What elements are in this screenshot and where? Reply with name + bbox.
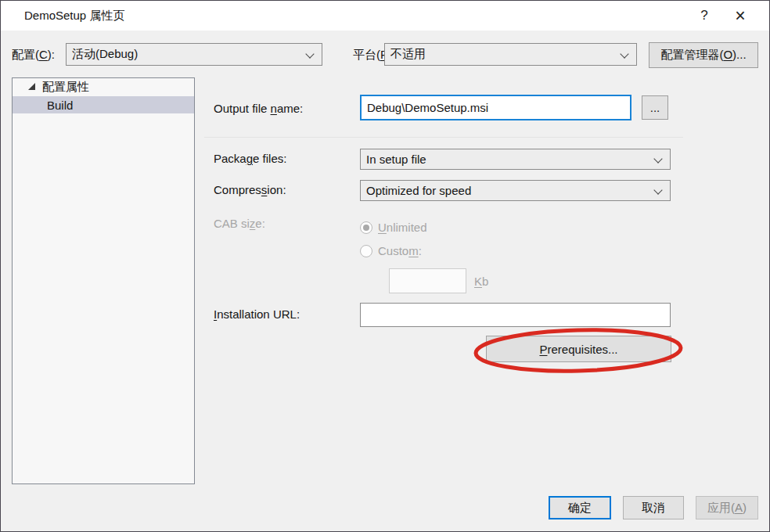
unlimited-radio: Unlimited: [360, 221, 427, 234]
radio-unselected-icon: [360, 245, 372, 257]
configuration-value: 活动(Debug): [72, 47, 138, 62]
radio-selected-icon: [360, 221, 372, 234]
browse-button[interactable]: ...: [642, 95, 668, 120]
configuration-combobox[interactable]: 活动(Debug): [66, 43, 322, 66]
platform-value: 不适用: [390, 47, 426, 62]
compression-value: Optimized for speed: [366, 184, 471, 197]
tree-node-build[interactable]: Build: [13, 96, 194, 113]
property-tree: 配置属性 Build: [12, 77, 195, 484]
chevron-down-icon: [620, 49, 628, 58]
chevron-down-icon: [653, 154, 662, 163]
chevron-down-icon: [305, 49, 314, 58]
dialog-title: DemoSetup 属性页: [24, 9, 124, 23]
tree-item-label: Build: [47, 99, 73, 112]
property-pages-dialog: DemoSetup 属性页 ? × 配置(C): 活动(Debug) 平台(P)…: [0, 0, 770, 532]
compression-label: Compression:: [214, 183, 286, 196]
help-icon[interactable]: ?: [686, 1, 722, 31]
apply-button: 应用(A): [696, 496, 758, 519]
package-files-value: In setup file: [366, 153, 426, 166]
output-file-name-label: Output file name:: [214, 102, 303, 115]
output-file-name-input[interactable]: [360, 95, 631, 120]
configuration-label: 配置(C):: [12, 48, 55, 63]
tree-expanded-icon: [28, 83, 35, 90]
package-files-combobox[interactable]: In setup file: [360, 149, 671, 170]
compression-combobox[interactable]: Optimized for speed: [360, 180, 671, 201]
prerequisites-button[interactable]: Prerequisites...: [486, 336, 671, 362]
kb-unit-label: Kb: [474, 275, 488, 288]
installation-url-input[interactable]: [360, 303, 671, 327]
close-icon[interactable]: ×: [722, 1, 758, 31]
chevron-down-icon: [653, 185, 662, 194]
cab-size-label: CAB size:: [214, 217, 265, 230]
tree-root-label: 配置属性: [42, 80, 89, 95]
tree-node-configuration-properties[interactable]: 配置属性: [13, 78, 194, 96]
cancel-button[interactable]: 取消: [623, 496, 684, 519]
package-files-label: Package files:: [214, 152, 286, 165]
ok-button[interactable]: 确定: [549, 496, 611, 519]
cab-size-value-input: [389, 268, 466, 293]
titlebar: DemoSetup 属性页 ? ×: [1, 1, 769, 31]
custom-radio: Custom:: [360, 244, 422, 257]
section-divider: [204, 137, 683, 138]
configuration-manager-button[interactable]: 配置管理器(O)...: [649, 42, 758, 68]
installation-url-label: Installation URL:: [214, 307, 300, 321]
platform-combobox[interactable]: 不适用: [384, 43, 637, 66]
